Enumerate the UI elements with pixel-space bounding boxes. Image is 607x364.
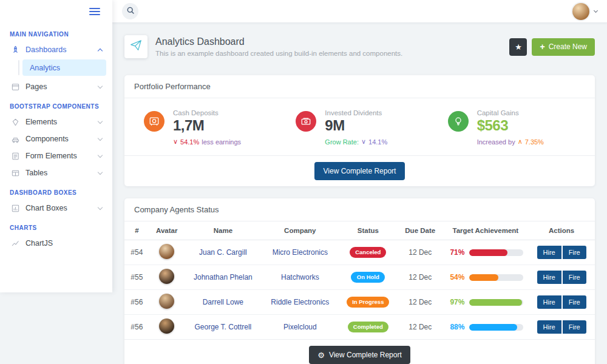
agent-id: #56 [124, 290, 149, 315]
cash-icon [296, 111, 316, 132]
agents-table: # Avatar Name Company Status Due Date Ta… [124, 221, 595, 339]
sidebar-item-elements[interactable]: Elements [6, 113, 106, 130]
column-header-id: # [124, 221, 149, 240]
sidebar-item-dashboards[interactable]: Dashboards [6, 41, 106, 58]
due-date: 12 Dec [398, 290, 443, 315]
hire-button[interactable]: Hire [537, 320, 561, 334]
avatar [159, 294, 174, 309]
column-header-avatar: Avatar [149, 221, 185, 240]
paper-plane-icon [129, 39, 143, 55]
hire-button[interactable]: Hire [537, 246, 561, 259]
nav-heading-charts: CHARTS [10, 224, 103, 231]
sidebar-item-pages[interactable]: Pages [6, 78, 106, 95]
due-date: 12 Dec [398, 315, 443, 340]
agent-company-link[interactable]: Riddle Electronics [262, 290, 339, 315]
actions-button-group: Hire Fire [537, 295, 586, 309]
sidebar-item-chart-boxes[interactable]: Chart Boxes [6, 200, 106, 217]
sidebar-item-label: Tables [25, 169, 47, 177]
target-achievement: 88% [447, 323, 523, 331]
app-root: MAIN NAVIGATION Dashboards Analytics Pag… [0, 0, 607, 364]
bar-chart-icon [10, 203, 20, 213]
chevron-down-icon [594, 8, 598, 12]
sidebar-nav: MAIN NAVIGATION Dashboards Analytics Pag… [6, 31, 106, 252]
create-new-button[interactable]: + Create New [532, 38, 595, 56]
target-achievement: 97% [447, 298, 523, 306]
chevron-down-icon [98, 152, 103, 157]
page-content: Analytics Dashboard This is an example d… [112, 23, 607, 364]
sidebar-item-analytics[interactable]: Analytics [22, 59, 106, 76]
page-title-block: Analytics Dashboard This is an example d… [155, 36, 402, 57]
page-title-icon-box [124, 35, 148, 58]
column-header-target: Target Achievement [443, 221, 528, 240]
progress-bar-fill [469, 249, 507, 256]
agent-company-link[interactable]: Hatchworks [262, 265, 339, 290]
agent-name-link[interactable]: Juan C. Cargill [185, 240, 262, 265]
dashboards-submenu: Analytics [14, 59, 106, 76]
note-percent: 14.1% [368, 138, 387, 146]
status-badge: On Hold [351, 272, 385, 282]
favorite-button[interactable]: ★ [509, 38, 527, 56]
card-title: Company Agents Status [124, 198, 595, 221]
progress-bar [469, 274, 523, 281]
sidebar-item-components[interactable]: Components [6, 130, 106, 147]
car-icon [10, 134, 20, 144]
view-complete-report-dark-button[interactable]: ⚙ View Complete Report [309, 346, 410, 364]
agent-id: #55 [124, 265, 149, 290]
stat-value: 9M [325, 118, 382, 133]
sidebar-item-label: ChartJS [25, 239, 53, 248]
nav-heading-main-navigation: MAIN NAVIGATION [10, 31, 103, 38]
avatar [159, 269, 174, 284]
nav-heading-bootstrap-components: BOOTSTRAP COMPONENTS [10, 103, 103, 110]
stat-value: 1,7M [173, 118, 219, 133]
sidebar-item-form-elements[interactable]: Form Elements [6, 147, 106, 164]
company-agents-card: Company Agents Status # Avatar Name Comp… [124, 198, 595, 364]
line-chart-icon [10, 238, 20, 248]
note-prefix: Increased by [477, 138, 515, 146]
fire-button[interactable]: Fire [563, 320, 586, 334]
agents-card-footer: ⚙ View Complete Report [124, 339, 595, 364]
sidebar-item-label: Pages [25, 83, 47, 91]
column-header-actions: Actions [528, 221, 595, 240]
table-row: #56 George T. Cottrell Pixelcloud Comple… [124, 315, 595, 340]
agent-name-link[interactable]: Darrell Lowe [185, 290, 262, 315]
agent-name-link[interactable]: George T. Cottrell [185, 315, 262, 340]
agent-id: #56 [124, 315, 149, 340]
hamburger-menu-button[interactable] [87, 5, 103, 18]
agent-id: #54 [124, 240, 149, 265]
portfolio-stats: Cash Deposits 1,7M ∨ 54.1% less earnings [124, 98, 595, 155]
user-menu[interactable] [572, 3, 597, 20]
sidebar-item-label: Components [25, 135, 69, 143]
page-subtitle: This is an example dashboard created usi… [155, 50, 402, 57]
chevron-down-icon [98, 169, 103, 174]
progress-bar-fill [469, 299, 521, 306]
actions-button-group: Hire Fire [537, 320, 586, 334]
fire-button[interactable]: Fire [563, 246, 586, 259]
hire-button[interactable]: Hire [537, 295, 561, 309]
avatar [159, 318, 174, 334]
sidebar-top [6, 0, 106, 23]
sidebar-item-label: Chart Boxes [25, 204, 67, 212]
sidebar-item-label: Dashboards [25, 46, 66, 54]
sidebar-item-label: Analytics [30, 64, 60, 72]
user-avatar [572, 3, 589, 20]
search-icon [126, 6, 135, 16]
agent-company-link[interactable]: Pixelcloud [262, 315, 339, 340]
stat-note: ∨ 54.1% less earnings [173, 138, 283, 146]
agent-company-link[interactable]: Micro Electronics [262, 240, 339, 265]
target-percent: 88% [447, 323, 464, 331]
view-complete-report-button[interactable]: View Complete Report [314, 162, 405, 180]
fire-button[interactable]: Fire [563, 295, 586, 309]
note-icon [10, 151, 20, 161]
hire-button[interactable]: Hire [537, 271, 561, 284]
agent-name-link[interactable]: Johnathan Phelan [185, 265, 262, 290]
sidebar-item-chartjs[interactable]: ChartJS [6, 235, 106, 252]
search-button[interactable] [122, 3, 138, 19]
note-prefix: Grow Rate: [325, 138, 359, 146]
table-row: #56 Darrell Lowe Riddle Electronics In P… [124, 290, 595, 315]
fire-button[interactable]: Fire [563, 271, 586, 284]
sidebar-item-label: Elements [25, 118, 57, 126]
status-badge: Canceled [350, 247, 386, 257]
target-percent: 97% [447, 298, 464, 306]
card-title: Portfolio Performance [124, 75, 595, 98]
sidebar-item-tables[interactable]: Tables [6, 164, 106, 181]
